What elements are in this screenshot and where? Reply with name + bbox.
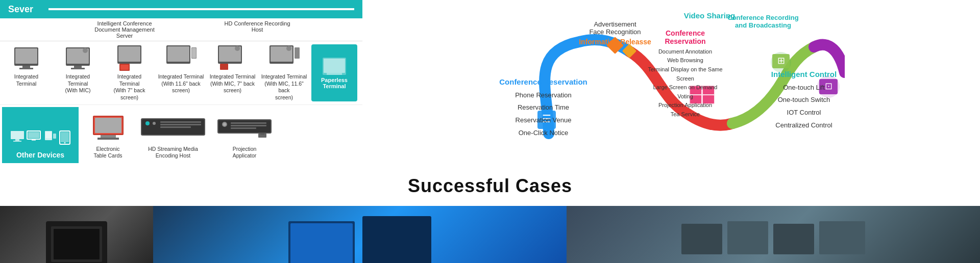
conf-reservation-left: Conference Reservation Phone Reservation… <box>499 77 588 140</box>
left-panel: Sever Intelligent Conference Document Ma… <box>0 0 362 165</box>
svg-rect-27 <box>327 73 342 75</box>
intelligent-control-title: Intelligent Control <box>763 70 845 78</box>
svg-point-47 <box>145 121 150 125</box>
server-description <box>48 8 354 10</box>
svg-rect-32 <box>28 132 39 138</box>
svg-rect-26 <box>324 59 345 73</box>
svg-rect-2 <box>22 66 30 68</box>
svg-rect-78 <box>54 229 100 259</box>
svg-rect-57 <box>231 125 266 126</box>
svg-text:⊞: ⊞ <box>777 56 785 66</box>
svg-rect-12 <box>120 65 129 70</box>
info-release-box: Advertisement Face Recognition Informati… <box>577 20 653 46</box>
other-devices-label: Other Devices <box>16 151 64 159</box>
svg-rect-10 <box>118 46 140 62</box>
svg-rect-6 <box>74 66 82 68</box>
svg-rect-82 <box>681 224 722 254</box>
svg-rect-1 <box>15 48 37 64</box>
server-label: Sever <box>8 4 33 15</box>
svg-rect-30 <box>13 141 21 142</box>
svg-rect-80 <box>290 223 353 263</box>
svg-rect-33 <box>32 139 36 141</box>
device-grid-top: Integrated Terminal Integrated Terminal … <box>0 41 362 105</box>
successful-cases-title: Successful Cases <box>0 175 980 197</box>
case-image-right <box>567 206 980 263</box>
video-sharing-title: Video Sharing <box>676 11 743 20</box>
svg-rect-51 <box>160 126 191 128</box>
svg-rect-83 <box>727 221 768 254</box>
case-image-left <box>0 206 153 263</box>
conf-reservation-center: Conference Reservation Document Annotati… <box>646 29 725 119</box>
conf-reservation-center-title: Conference Reservation <box>646 29 725 45</box>
svg-rect-50 <box>160 124 201 125</box>
device-integrated-mic-7-back: Integrated Terminal (With MIC, 7" back s… <box>208 44 257 101</box>
svg-point-8 <box>83 48 88 53</box>
center-diagram: ☰ ⊞ ⊡ Conferenc <box>362 0 980 165</box>
svg-rect-49 <box>160 121 201 123</box>
conf-reservation-center-items: Document Annotation Web Browsing Termina… <box>646 47 725 119</box>
device-integrated-11-back: Integrated Terminal (With 11.6" back scr… <box>157 44 205 101</box>
device-integrated-7-back: Integrated Terminal (With 7" back screen… <box>105 44 154 101</box>
device-hd-streaming: HD Streaming Media Encoding Host <box>137 109 209 160</box>
svg-rect-38 <box>61 132 69 142</box>
svg-point-39 <box>64 142 66 143</box>
video-sharing-box: Video Sharing <box>676 11 743 20</box>
svg-rect-35 <box>45 132 52 138</box>
svg-rect-84 <box>773 224 814 254</box>
device-integrated-terminal: Integrated Terminal <box>2 44 51 101</box>
svg-rect-3 <box>19 68 33 69</box>
conf-reservation-items: Phone Reservation Reservation Time Reser… <box>499 89 588 140</box>
svg-rect-58 <box>231 127 256 129</box>
svg-rect-29 <box>15 139 19 141</box>
svg-point-55 <box>223 123 226 126</box>
bottom-device-items: Electronic Table Cards <box>82 107 360 163</box>
svg-rect-20 <box>220 64 228 70</box>
intelligent-control-items: One-touch Lift One-touch Switch IOT Cont… <box>763 82 845 132</box>
svg-rect-43 <box>101 135 116 138</box>
device-paperless-terminal: Paperless Terminal <box>311 44 357 101</box>
svg-rect-60 <box>260 133 264 135</box>
svg-rect-36 <box>53 134 56 139</box>
svg-rect-14 <box>167 46 189 62</box>
server-label-2: HD Conference Recording Host <box>211 19 303 40</box>
device-integrated-mic-11-back: Integrated Terminal (With MIC, 11.6" bac… <box>260 44 308 101</box>
intelligent-control-box: Intelligent Control One-touch Lift One-t… <box>763 70 845 132</box>
svg-rect-16 <box>192 48 196 58</box>
info-release-title: Information Releasse <box>577 38 653 46</box>
svg-rect-28 <box>11 131 24 139</box>
svg-point-23 <box>286 46 291 51</box>
device-grid-bottom: Other Devices Electronic Ta <box>0 105 362 165</box>
other-devices-box: Other Devices <box>2 107 79 163</box>
server-bar: Sever <box>0 0 362 18</box>
top-section: Sever Intelligent Conference Document Ma… <box>0 0 980 165</box>
svg-rect-85 <box>819 221 865 254</box>
svg-rect-7 <box>71 68 85 69</box>
device-integrated-terminal-mic: Integrated Terminal (With MIC) <box>54 44 102 101</box>
svg-rect-44 <box>97 138 119 140</box>
svg-point-19 <box>235 46 240 51</box>
svg-rect-81 <box>362 216 431 263</box>
device-electronic-table-cards: Electronic Table Cards <box>84 109 132 160</box>
cases-images <box>0 206 980 263</box>
device-projection-applicator: Projection Applicator <box>214 109 275 160</box>
svg-rect-42 <box>95 118 121 133</box>
server-label-1: Intelligent Conference Document Manageme… <box>79 19 170 40</box>
conf-reservation-title: Conference Reservation <box>499 77 588 86</box>
svg-rect-56 <box>231 122 266 124</box>
svg-point-48 <box>153 122 156 125</box>
svg-rect-24 <box>295 47 300 59</box>
case-image-mid <box>153 206 567 263</box>
successful-cases-section: Successful Cases <box>0 165 980 202</box>
